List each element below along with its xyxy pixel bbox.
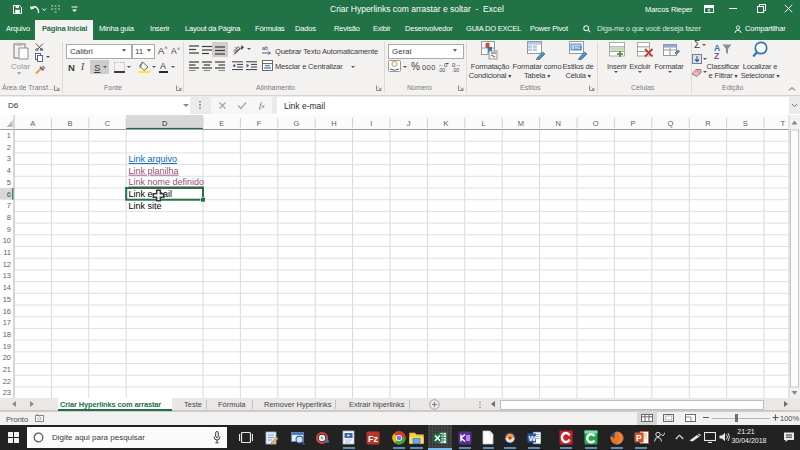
svg-text:1: 1: [7, 131, 11, 140]
svg-text:11: 11: [3, 248, 11, 257]
svg-text:ab: ab: [233, 44, 242, 55]
svg-text:ab: ab: [262, 45, 268, 51]
svg-text:M: M: [518, 119, 524, 128]
svg-text:Q: Q: [668, 119, 674, 128]
svg-text:N: N: [556, 119, 561, 128]
svg-text:13: 13: [3, 271, 11, 280]
svg-text:5: 5: [7, 178, 11, 187]
svg-text:W: W: [529, 434, 537, 443]
svg-text:19: 19: [3, 342, 11, 351]
svg-text:Link site: Link site: [129, 201, 162, 211]
svg-text:123: 123: [573, 45, 582, 51]
svg-text:C: C: [105, 119, 111, 128]
svg-text:17: 17: [3, 318, 11, 327]
svg-text:Link planilha: Link planilha: [129, 166, 179, 176]
svg-text:7: 7: [7, 201, 11, 210]
svg-text:6: 6: [7, 190, 11, 199]
svg-text:2: 2: [7, 143, 11, 152]
svg-text:A: A: [30, 119, 35, 128]
svg-text:3: 3: [7, 154, 11, 163]
svg-text:P: P: [631, 119, 636, 128]
svg-text:20: 20: [3, 353, 11, 362]
svg-text:9: 9: [7, 225, 11, 234]
svg-text:Link e-mail: Link e-mail: [129, 189, 173, 199]
svg-text:L: L: [481, 119, 485, 128]
svg-text:21: 21: [3, 365, 11, 374]
svg-text:.00: .00: [452, 67, 459, 72]
svg-text:Fz: Fz: [368, 434, 378, 444]
svg-text:14: 14: [3, 283, 11, 292]
svg-text:22: 22: [3, 377, 11, 386]
svg-text:J: J: [407, 119, 411, 128]
svg-text:E: E: [219, 119, 224, 128]
svg-text:Link nome definido: Link nome definido: [129, 177, 205, 187]
svg-text:H: H: [331, 119, 336, 128]
svg-text:10: 10: [3, 236, 11, 245]
svg-text:12: 12: [3, 260, 11, 269]
svg-text:16: 16: [3, 307, 11, 316]
svg-text:.00: .00: [438, 67, 445, 72]
svg-text:15: 15: [3, 295, 11, 304]
svg-text:O: O: [593, 119, 599, 128]
svg-text:D: D: [162, 119, 168, 128]
svg-text:18: 18: [3, 330, 11, 339]
svg-text:B: B: [68, 119, 73, 128]
svg-text:Link arquivo: Link arquivo: [129, 154, 178, 164]
svg-text:G: G: [294, 119, 300, 128]
svg-text:8: 8: [7, 213, 11, 222]
svg-text:R: R: [705, 119, 711, 128]
svg-text:Z: Z: [714, 51, 719, 59]
svg-text:T: T: [780, 119, 785, 128]
svg-text:P: P: [636, 433, 642, 443]
svg-text:23: 23: [3, 388, 11, 397]
svg-text:K: K: [444, 119, 449, 128]
svg-text:S: S: [743, 119, 748, 128]
svg-text:4: 4: [7, 166, 11, 175]
svg-text:F: F: [257, 119, 262, 128]
svg-text:I: I: [370, 119, 372, 128]
